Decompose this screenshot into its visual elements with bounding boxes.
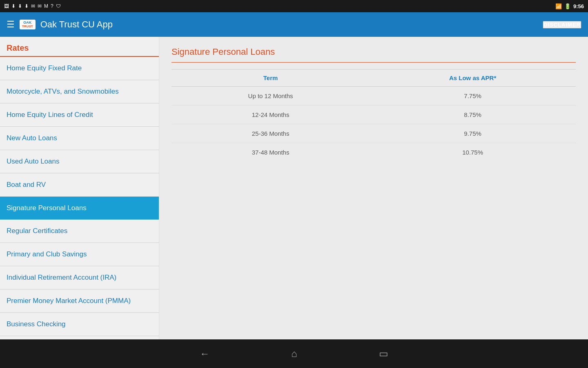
status-bar: 🖼 ⬇ ⬇ ⬇ ✉ ✉ M ? 🛡 📶 🔋 9:56 xyxy=(0,0,588,12)
main-content: Rates Home Equity Fixed RateMotorcycle, … xyxy=(0,37,588,339)
download-icon-3: ⬇ xyxy=(24,3,29,9)
cell-term: Up to 12 Months xyxy=(172,87,370,105)
table-row: Up to 12 Months7.75% xyxy=(172,87,576,105)
table-row: 37-48 Months10.75% xyxy=(172,143,576,162)
table-row: 25-36 Months9.75% xyxy=(172,124,576,143)
sidebar-items-container: Home Equity Fixed RateMotorcycle, ATVs, … xyxy=(0,57,159,339)
rates-table: Term As Low as APR* Up to 12 Months7.75%… xyxy=(172,69,576,162)
sidebar-item-boat-rv[interactable]: Boat and RV xyxy=(0,173,159,197)
nav-bar: ← ⌂ ▭ xyxy=(0,339,588,368)
col-apr: As Low as APR* xyxy=(370,70,576,87)
cell-rate: 7.75% xyxy=(370,87,576,105)
content-panel: Signature Personal Loans Term As Low as … xyxy=(159,37,588,339)
sidebar-item-home-equity-fixed[interactable]: Home Equity Fixed Rate xyxy=(0,57,159,80)
status-icons: 🖼 ⬇ ⬇ ⬇ ✉ ✉ M ? 🛡 xyxy=(4,3,61,9)
cell-rate: 8.75% xyxy=(370,105,576,124)
gmail-icon: M xyxy=(44,3,48,9)
app-bar: ☰ OAK TRUST Oak Trust CU App DISCLAIMER xyxy=(0,12,588,37)
download-icon-1: ⬇ xyxy=(11,3,16,9)
time-display: 9:56 xyxy=(573,3,584,9)
sidebar-item-business-primary-club[interactable]: Business Primary Club Savings xyxy=(0,336,159,339)
rates-body: Up to 12 Months7.75%12-24 Months8.75%25-… xyxy=(172,87,576,162)
sidebar-item-pmma[interactable]: Premier Money Market Account (PMMA) xyxy=(0,289,159,313)
mail-icon-1: ✉ xyxy=(31,3,35,9)
home-button[interactable]: ⌂ xyxy=(291,348,297,359)
sidebar-item-used-auto[interactable]: Used Auto Loans xyxy=(0,150,159,173)
sidebar-item-signature-personal[interactable]: Signature Personal Loans xyxy=(0,197,159,220)
cell-term: 25-36 Months xyxy=(172,124,370,143)
cell-rate: 9.75% xyxy=(370,124,576,143)
sidebar-item-motorcycle-atv[interactable]: Motorcycle, ATVs, and Snowmobiles xyxy=(0,80,159,103)
hamburger-menu[interactable]: ☰ xyxy=(7,19,15,30)
app-bar-left: ☰ OAK TRUST Oak Trust CU App xyxy=(7,19,113,30)
help-icon: ? xyxy=(51,3,53,9)
screenshot-icon: 🖼 xyxy=(4,3,9,9)
cell-term: 12-24 Months xyxy=(172,105,370,124)
table-header: Term As Low as APR* xyxy=(172,70,576,87)
app-logo: OAK TRUST xyxy=(20,20,36,30)
status-right: 📶 🔋 9:56 xyxy=(555,3,584,9)
mail-icon-2: ✉ xyxy=(38,3,42,9)
sidebar: Rates Home Equity Fixed RateMotorcycle, … xyxy=(0,37,159,339)
cell-rate: 10.75% xyxy=(370,143,576,162)
sidebar-item-ira[interactable]: Individual Retirement Account (IRA) xyxy=(0,266,159,289)
shield-icon: 🛡 xyxy=(56,3,61,9)
wifi-icon: 📶 xyxy=(555,3,562,9)
battery-icon: 🔋 xyxy=(564,3,571,9)
sidebar-item-new-auto[interactable]: New Auto Loans xyxy=(0,127,159,150)
back-button[interactable]: ← xyxy=(200,348,209,359)
logo-line2: TRUST xyxy=(22,25,33,29)
disclaimer-button[interactable]: DISCLAIMER xyxy=(543,21,581,29)
sidebar-header: Rates xyxy=(0,37,159,57)
sidebar-item-regular-certificates[interactable]: Regular Certificates xyxy=(0,220,159,243)
sidebar-item-business-checking[interactable]: Business Checking xyxy=(0,313,159,336)
recents-button[interactable]: ▭ xyxy=(379,348,388,359)
content-title: Signature Personal Loans xyxy=(172,47,576,63)
sidebar-item-home-equity-loc[interactable]: Home Equity Lines of Credit xyxy=(0,103,159,127)
download-icon-2: ⬇ xyxy=(18,3,22,9)
cell-term: 37-48 Months xyxy=(172,143,370,162)
sidebar-item-primary-club-savings[interactable]: Primary and Club Savings xyxy=(0,243,159,266)
col-term: Term xyxy=(172,70,370,87)
table-row: 12-24 Months8.75% xyxy=(172,105,576,124)
app-title: Oak Trust CU App xyxy=(40,19,113,30)
